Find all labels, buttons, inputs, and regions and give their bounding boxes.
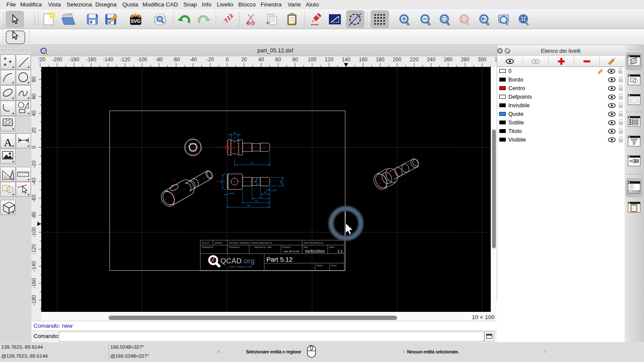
svg-text:20: 20	[31, 127, 37, 133]
svg-text:21: 21	[259, 196, 262, 198]
svg-text:Sheet: Sheet	[331, 265, 337, 267]
svg-text:QCAD.org: QCAD.org	[221, 257, 255, 265]
svg-text:Approved by - date: Approved by - date	[254, 246, 272, 248]
svg-text:Article No./Reference: Article No./Reference	[304, 242, 324, 244]
svg-text:Part 5.12: Part 5.12	[267, 256, 293, 263]
svg-text:11: 11	[264, 191, 267, 193]
svg-text:-80: -80	[155, 57, 163, 63]
svg-text:A: A	[4, 136, 12, 149]
svg-text:-140: -140	[31, 261, 37, 271]
svg-text:80: 80	[31, 76, 37, 82]
svg-text:40: 40	[258, 57, 264, 63]
svg-text:60: 60	[31, 94, 37, 100]
svg-text:-80: -80	[31, 211, 37, 219]
svg-text:140: 140	[342, 57, 350, 63]
svg-text:-180: -180	[69, 57, 79, 63]
svg-text:300: 300	[478, 57, 486, 63]
svg-text:220: 220	[410, 57, 419, 63]
svg-text:160: 160	[359, 57, 368, 63]
svg-text:-60: -60	[173, 57, 180, 63]
svg-text:-100: -100	[137, 57, 147, 63]
svg-text:1x45°: 1x45°	[228, 192, 235, 195]
svg-text:-200: -200	[52, 57, 62, 63]
svg-text:01/01/2024: 01/01/2024	[305, 249, 325, 253]
svg-text:20: 20	[241, 57, 247, 63]
svg-text:Item ref: Item ref	[202, 242, 209, 244]
svg-text:+: +	[3, 55, 7, 62]
svg-text:0: 0	[31, 146, 37, 149]
svg-text:ø10: ø10	[279, 180, 282, 184]
svg-text:-40: -40	[189, 57, 197, 63]
svg-text:+: +	[246, 20, 249, 25]
svg-text:ø9: ø9	[254, 180, 256, 183]
svg-text:1:1: 1:1	[337, 249, 343, 253]
svg-text:-20: -20	[31, 160, 37, 168]
svg-text:Date: Date	[304, 246, 308, 248]
svg-text:-120: -120	[31, 244, 37, 254]
svg-text:+: +	[266, 20, 269, 26]
svg-text:41: 41	[251, 162, 253, 164]
svg-text:200: 200	[393, 57, 401, 63]
svg-text:-100: -100	[31, 227, 37, 237]
svg-text:-60: -60	[31, 194, 37, 202]
svg-text:-160: -160	[86, 57, 96, 63]
svg-text:32: 32	[255, 200, 258, 202]
svg-text:+: +	[9, 58, 12, 65]
svg-text:40: 40	[31, 110, 37, 116]
svg-text:Designed by: Designed by	[202, 246, 213, 248]
svg-text:SVG: SVG	[131, 18, 140, 24]
svg-text:280: 280	[461, 57, 469, 63]
svg-text:18: 18	[220, 180, 222, 183]
svg-text:Quantity: Quantity	[215, 242, 222, 244]
svg-text:120: 120	[325, 57, 334, 63]
svg-text:Elenco dei livelli: Elenco dei livelli	[541, 48, 581, 54]
svg-text:> command: > command	[630, 190, 640, 193]
svg-text:+: +	[3, 61, 7, 68]
svg-text:Edition: Edition	[317, 265, 323, 267]
svg-text:240: 240	[427, 57, 435, 63]
svg-text:Filename: Filename	[283, 246, 291, 248]
svg-text:Open Source CAD .: Open Source CAD .	[229, 265, 254, 268]
svg-text:-140: -140	[103, 57, 113, 63]
svg-text:-160: -160	[31, 278, 37, 288]
svg-text:60: 60	[275, 57, 281, 63]
svg-text:Checked by: Checked by	[229, 246, 240, 248]
svg-text:-180: -180	[31, 295, 37, 305]
svg-text:180: 180	[376, 57, 384, 63]
svg-text:ø8: ø8	[233, 132, 236, 134]
svg-text:0: 0	[226, 57, 229, 63]
svg-text:-20: -20	[207, 57, 214, 63]
svg-text:260: 260	[444, 57, 453, 63]
svg-text:100: 100	[308, 57, 316, 63]
svg-text:50: 50	[247, 204, 250, 207]
svg-text:-40: -40	[31, 178, 37, 185]
svg-text:Title/Name, destination, mater: Title/Name, destination, material, dimen…	[229, 242, 272, 244]
svg-text:-120: -120	[120, 57, 130, 63]
svg-text:80: 80	[292, 57, 298, 63]
svg-text:part_05.12.dxf: part_05.12.dxf	[284, 250, 299, 253]
svg-text:1x45°: 1x45°	[271, 189, 277, 192]
svg-text:Scale: Scale	[329, 246, 334, 248]
